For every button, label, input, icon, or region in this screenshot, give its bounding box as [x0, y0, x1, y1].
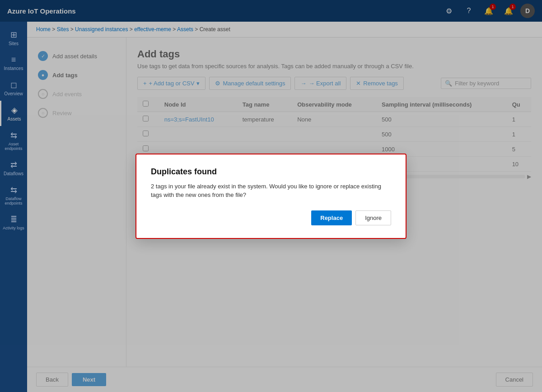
- dialog-text: 2 tags in your file already exist in the…: [151, 182, 391, 200]
- ignore-label: Ignore: [365, 215, 382, 221]
- dialog-title: Duplicates found: [151, 167, 391, 177]
- replace-button[interactable]: Replace: [311, 210, 352, 225]
- ignore-button[interactable]: Ignore: [355, 210, 391, 225]
- replace-label: Replace: [320, 215, 343, 221]
- dialog-actions: Replace Ignore: [151, 210, 391, 225]
- duplicates-dialog: Duplicates found 2 tags in your file alr…: [136, 154, 406, 239]
- dialog-overlay: Duplicates found 2 tags in your file alr…: [0, 0, 542, 392]
